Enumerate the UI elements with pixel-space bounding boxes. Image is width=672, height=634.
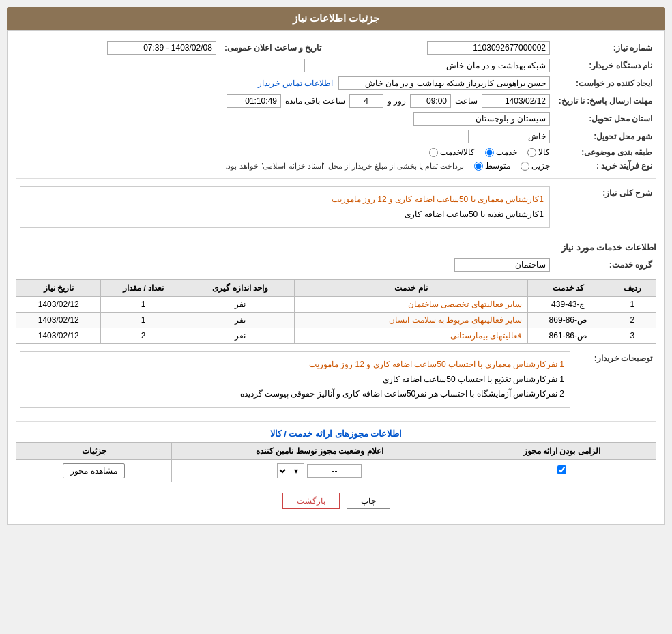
sharhNiaz-label: شرح کلی نیاز: (554, 184, 656, 235)
sharhNiaz-line1: 1کارشناس معماری با 50ساعت اضافه کاری و 1… (26, 192, 544, 207)
toseif-box: 1 نفرکارشناس معماری با احتساب 50ساعت اضا… (20, 351, 570, 408)
col-tarikh: تاریخ نیاز (16, 280, 101, 297)
ealam-select[interactable]: ▾ (277, 463, 304, 478)
col-vahed: واحد اندازه گیری (186, 280, 294, 297)
permit-row: ▾ مشاهده مجوز (16, 459, 656, 482)
toseif-line3: 2 نفرکارشناس آزمایشگاه با احتساب هر نفر5… (26, 387, 564, 402)
col-tedad: تعداد / مقدار (101, 280, 186, 297)
sharhNiaz-box: 1کارشناس معماری با 50ساعت اضافه کاری و 1… (20, 186, 550, 228)
sharhNiaz-line2: 1کارشناس تغذیه با 50ساعت اضافه کاری (26, 207, 544, 222)
divider-2 (16, 421, 656, 422)
col-radif: ردیف (609, 280, 656, 297)
tarikhAelan-label: تاریخ و ساعت اعلان عمومی: (220, 39, 325, 57)
khadamat-table: ردیف کد خدمت نام خدمت واحد اندازه گیری ت… (16, 279, 656, 344)
page-header: جزئیات اطلاعات نیاز (7, 7, 665, 30)
table-row: 2ص-86-869سایر فعالیتهای مربوط به سلامت ا… (16, 313, 656, 328)
toseif-line2: 1 نفرکارشناس تغذیع با احتساب 50ساعت اضاف… (26, 373, 564, 388)
farayand-note: پرداخت تمام یا بخشی از مبلغ خریدار از مح… (225, 162, 464, 171)
roz-input[interactable] (349, 94, 383, 108)
ostanTahvil-label: استان محل تحویل: (554, 110, 656, 128)
view-permit-button[interactable]: مشاهده مجوز (63, 463, 124, 478)
radio-kala[interactable]: کالا (527, 147, 550, 157)
navFarayand-label: نوع فرآیند خرید : (554, 159, 656, 173)
shahrTahvil-input[interactable] (468, 130, 550, 143)
permit-table: الزامی بودن ارائه مجوز اعلام وضعیت مجوز … (16, 442, 656, 482)
grohKhadamat-label: گروه خدمت: (554, 256, 656, 274)
mojavez-section-title: اطلاعات مجوزهای ارائه خدمت / کالا (16, 429, 656, 439)
khadamat-section-title: اطلاعات خدمات مورد نیاز (16, 242, 656, 253)
baghimand-label: ساعت باقی مانده (285, 96, 345, 106)
bottom-buttons: چاپ بازگشت (16, 493, 656, 509)
permit-col-joziyat: جزئیات (16, 442, 172, 459)
back-button[interactable]: بازگشت (282, 493, 340, 509)
roz-label: روز و (388, 96, 406, 106)
ealam-input[interactable] (307, 464, 362, 478)
namDastgah-input[interactable] (304, 59, 550, 72)
saat-label: ساعت (455, 96, 478, 106)
divider-1 (16, 178, 656, 179)
namDastgah-label: نام دستگاه خریدار: (554, 57, 656, 74)
ijadKonnande-label: ایجاد کننده در خواست: (554, 74, 656, 92)
elzami-checkbox[interactable] (557, 465, 566, 474)
radio-motavaset[interactable]: متوسط (474, 161, 510, 171)
mohlat-label: مهلت ارسال پاسخ: تا تاریخ: (554, 92, 656, 110)
ostanTahvil-input[interactable] (413, 112, 550, 126)
permit-col-elzami: الزامی بودن ارائه مجوز (467, 442, 656, 459)
col-kod: کد خدمت (528, 280, 609, 297)
tarikh-input[interactable] (482, 94, 550, 108)
permit-col-ealam: اعلام وضعیت مجوز توسط نامین کننده (172, 442, 467, 459)
baghimand-input[interactable] (227, 94, 281, 108)
tabaghebandi-label: طبقه بندی موضوعی: (554, 145, 656, 159)
toseif-label: توصیحات خریدار: (574, 349, 656, 416)
shomareNiaz-input[interactable] (427, 41, 550, 55)
table-row: 1ج-43-439سایر فعالیتهای تخصصی ساختماننفر… (16, 297, 656, 313)
ijadKonnande-input[interactable] (338, 76, 550, 90)
contact-link[interactable]: اطلاعات تماس خریدار (258, 78, 333, 88)
shomareNiaz-label: شماره نیاز: (554, 39, 656, 57)
toseif-line1: 1 نفرکارشناس معماری با احتساب 50ساعت اضا… (26, 358, 564, 373)
col-name: نام خدمت (295, 280, 528, 297)
radio-kala-khadamat[interactable]: کالا/خدمت (429, 147, 475, 157)
radio-khadamat[interactable]: خدمت (485, 147, 517, 157)
shahrTahvil-label: شهر محل تحویل: (554, 128, 656, 145)
page-title: جزئیات اطلاعات نیاز (293, 12, 379, 24)
grohKhadamat-input[interactable] (454, 258, 550, 272)
tarikhAelan-input[interactable] (107, 41, 216, 55)
table-row: 3ص-86-861فعالیتهای بیمارستانینفر21403/02… (16, 328, 656, 344)
radio-jazzi[interactable]: جزیی (521, 161, 550, 171)
saat-input[interactable] (410, 94, 451, 108)
print-button[interactable]: چاپ (347, 493, 390, 509)
